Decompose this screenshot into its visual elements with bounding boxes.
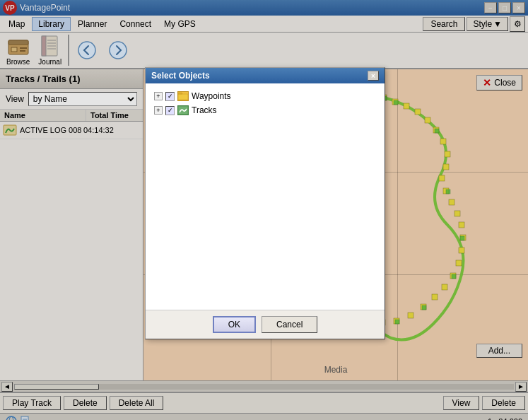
modal-title: Select Objects — [151, 71, 210, 81]
modal-footer: OK Cancel — [146, 310, 385, 339]
modal-overlay: Select Objects × + ✓ Waypoints + ✓ — [0, 0, 528, 420]
cancel-button[interactable]: Cancel — [262, 316, 317, 333]
waypoints-expand[interactable]: + — [154, 92, 163, 100]
ok-button[interactable]: OK — [213, 316, 256, 333]
waypoints-folder-icon — [177, 91, 189, 101]
tracks-checkbox[interactable]: ✓ — [165, 106, 175, 115]
waypoints-label: Waypoints — [192, 91, 231, 101]
waypoints-checkbox[interactable]: ✓ — [165, 92, 175, 101]
modal-close-button[interactable]: × — [368, 71, 379, 81]
modal-body: + ✓ Waypoints + ✓ — [146, 83, 385, 310]
modal-title-bar: Select Objects × — [146, 68, 385, 83]
tracks-label: Tracks — [192, 105, 217, 115]
tracks-track-icon — [177, 105, 189, 115]
tracks-expand[interactable]: + — [154, 106, 163, 115]
select-objects-modal: Select Objects × + ✓ Waypoints + ✓ — [145, 67, 385, 339]
tree-item-waypoints[interactable]: + ✓ Waypoints — [151, 89, 379, 103]
tree-item-tracks[interactable]: + ✓ Tracks — [151, 103, 379, 117]
